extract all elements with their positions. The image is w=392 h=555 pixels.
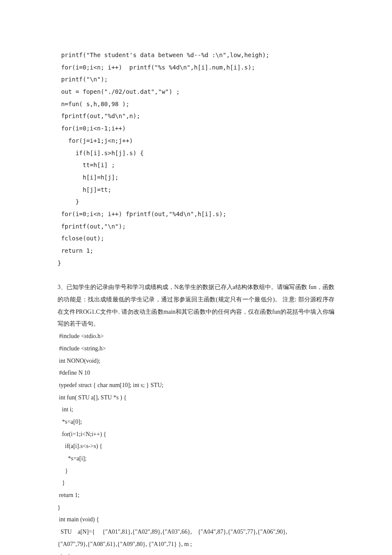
code-block-1: printf("The student's data between %d--%… bbox=[58, 49, 334, 269]
question-3-prose: 3、已知学生的记录由学号和学习成绩构成，N名学生的数据已存入a结构体数组中。请编… bbox=[58, 281, 334, 330]
spacing bbox=[58, 269, 334, 281]
document-page: printf("The student's data between %d--%… bbox=[0, 0, 392, 555]
code-block-2: #include <stdio.h> #include <string.h> i… bbox=[58, 330, 334, 555]
